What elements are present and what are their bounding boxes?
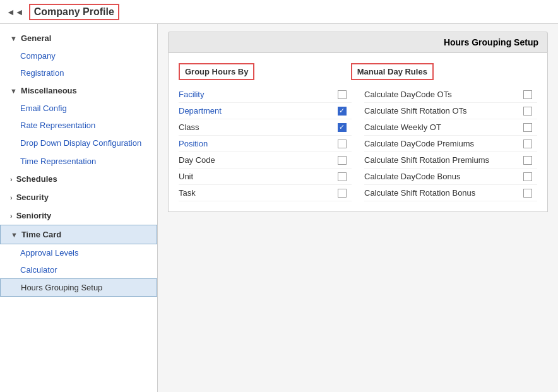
group-hours-by-label: Group Hours By [179, 63, 254, 80]
manual-day-rules-column: Calculate DayCode OTs Calculate Shift Ro… [364, 86, 537, 201]
label-department: Department [179, 106, 333, 116]
content-area: Hours Grouping Setup Group Hours By Manu… [158, 24, 558, 392]
checkbox-calc-daycode-ots-wrap [518, 90, 537, 99]
label-task: Task [179, 188, 333, 198]
row-task: Task [179, 185, 352, 201]
label-position: Position [179, 139, 333, 148]
row-calc-daycode-bonus: Calculate DayCode Bonus [364, 169, 537, 185]
checkbox-department[interactable] [338, 107, 347, 116]
chevron-general: ▼ [10, 35, 17, 42]
chevron-security: › [10, 194, 13, 201]
row-calc-shift-rotation-ots: Calculate Shift Rotation OTs [364, 103, 537, 119]
sidebar-group-miscellaneous-items: Email Config Rate Representation Drop Do… [0, 100, 157, 170]
label-class: Class [179, 122, 333, 132]
sidebar-group-general[interactable]: ▼ General [0, 29, 157, 47]
checkbox-calc-weekly-ot-wrap [518, 123, 537, 132]
sidebar-item-rate-representation[interactable]: Rate Representation [0, 117, 157, 134]
sidebar-group-schedules[interactable]: › Schedules [0, 170, 157, 188]
row-facility: Facility [179, 86, 352, 103]
section-headers: Group Hours By Manual Day Rules [179, 63, 537, 80]
sidebar-item-calculator[interactable]: Calculator [0, 261, 157, 278]
checkbox-unit[interactable] [338, 172, 347, 181]
checkbox-calc-weekly-ot[interactable] [523, 123, 532, 132]
label-unit: Unit [179, 172, 333, 181]
row-calc-weekly-ot: Calculate Weekly OT [364, 119, 537, 136]
sidebar-item-time-representation[interactable]: Time Representation [0, 153, 157, 170]
checkbox-facility-wrap [333, 90, 352, 99]
sidebar-group-general-label: General [21, 33, 51, 43]
checkbox-unit-wrap [333, 172, 352, 181]
checkbox-calc-daycode-ots[interactable] [523, 90, 532, 99]
sidebar-group-schedules-label: Schedules [16, 174, 57, 184]
rows-container: Facility Department Class [179, 86, 537, 201]
content-title: Hours Grouping Setup [444, 37, 538, 47]
row-calc-daycode-ots: Calculate DayCode OTs [364, 86, 537, 103]
row-calc-daycode-premiums: Calculate DayCode Premiums [364, 136, 537, 152]
sidebar-group-time-card-items: Approval Levels Calculator Hours Groupin… [0, 244, 157, 297]
back-icon[interactable]: ◄◄ [6, 7, 24, 17]
checkbox-position[interactable] [338, 140, 347, 148]
sidebar-item-email-config[interactable]: Email Config [0, 100, 157, 117]
chevron-time-card: ▼ [11, 231, 18, 239]
label-day-code: Day Code [179, 155, 333, 165]
chevron-schedules: › [10, 175, 13, 183]
sidebar-group-time-card-label: Time Card [21, 230, 61, 239]
manual-day-rules-header-wrap: Manual Day Rules [351, 63, 523, 80]
sidebar-item-approval-levels[interactable]: Approval Levels [0, 244, 157, 261]
checkbox-position-wrap [333, 140, 352, 148]
label-calc-daycode-premiums: Calculate DayCode Premiums [364, 139, 518, 148]
sidebar-group-time-card[interactable]: ▼ Time Card [0, 225, 157, 244]
content-header: Hours Grouping Setup [168, 32, 548, 53]
checkbox-class[interactable] [338, 123, 347, 132]
row-unit: Unit [179, 169, 352, 185]
checkbox-calc-shift-rotation-ots[interactable] [523, 107, 532, 116]
column-divider [352, 86, 364, 201]
label-calc-daycode-ots: Calculate DayCode OTs [364, 90, 518, 99]
checkbox-department-wrap [333, 107, 352, 116]
chevron-seniority: › [10, 212, 13, 220]
checkbox-calc-shift-rotation-bonus[interactable] [523, 189, 532, 198]
checkbox-task-wrap [333, 189, 352, 198]
checkbox-calc-shift-rotation-premiums-wrap [518, 156, 537, 165]
checkbox-class-wrap [333, 123, 352, 132]
sidebar-item-drop-down-display[interactable]: Drop Down Display Configuration [0, 134, 157, 153]
main-container: ▼ General Company Registration ▼ Miscell… [0, 24, 558, 392]
sidebar: ▼ General Company Registration ▼ Miscell… [0, 24, 158, 392]
checkbox-facility[interactable] [338, 90, 347, 99]
group-hours-by-header-wrap: Group Hours By [179, 63, 351, 80]
row-position: Position [179, 136, 352, 152]
label-facility: Facility [179, 90, 333, 99]
checkbox-calc-shift-rotation-premiums[interactable] [523, 156, 532, 165]
row-department: Department [179, 103, 352, 119]
sidebar-group-security-label: Security [16, 193, 49, 202]
sidebar-group-seniority-label: Seniority [16, 211, 52, 220]
checkbox-calc-shift-rotation-ots-wrap [518, 107, 537, 116]
checkbox-calc-shift-rotation-bonus-wrap [518, 189, 537, 198]
checkbox-day-code[interactable] [338, 156, 347, 165]
sidebar-group-miscellaneous[interactable]: ▼ Miscellaneous [0, 81, 157, 100]
sidebar-group-general-items: Company Registration [0, 47, 157, 81]
sidebar-item-registration[interactable]: Registration [0, 64, 157, 81]
sidebar-group-security[interactable]: › Security [0, 188, 157, 206]
label-calc-daycode-bonus: Calculate DayCode Bonus [364, 172, 518, 181]
sidebar-group-miscellaneous-label: Miscellaneous [21, 86, 77, 95]
content-body: Group Hours By Manual Day Rules Facility [168, 53, 548, 212]
sidebar-item-hours-grouping-setup[interactable]: Hours Grouping Setup [0, 278, 157, 297]
row-day-code: Day Code [179, 152, 352, 169]
checkbox-calc-daycode-bonus-wrap [518, 172, 537, 181]
sidebar-item-company[interactable]: Company [0, 47, 157, 64]
checkbox-calc-daycode-premiums[interactable] [523, 140, 532, 148]
checkbox-task[interactable] [338, 189, 347, 198]
app-header: ◄◄ Company Profile [0, 0, 558, 24]
checkbox-day-code-wrap [333, 156, 352, 165]
row-calc-shift-rotation-premiums: Calculate Shift Rotation Premiums [364, 152, 537, 169]
manual-day-rules-label: Manual Day Rules [351, 63, 434, 80]
label-calc-shift-rotation-ots: Calculate Shift Rotation OTs [364, 106, 518, 116]
label-calc-weekly-ot: Calculate Weekly OT [364, 122, 518, 132]
checkbox-calc-daycode-premiums-wrap [518, 140, 537, 148]
group-hours-by-column: Facility Department Class [179, 86, 352, 201]
sidebar-group-seniority[interactable]: › Seniority [0, 206, 157, 225]
row-calc-shift-rotation-bonus: Calculate Shift Rotation Bonus [364, 185, 537, 201]
checkbox-calc-daycode-bonus[interactable] [523, 172, 532, 181]
page-title: Company Profile [29, 4, 119, 20]
